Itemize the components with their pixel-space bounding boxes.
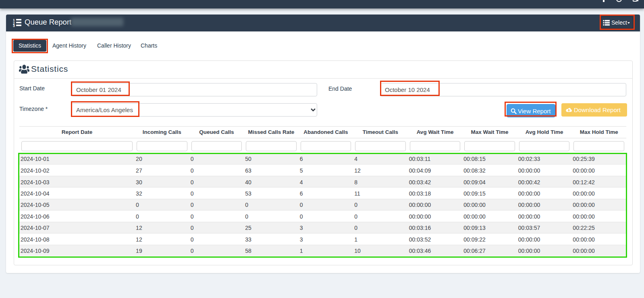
svg-text:3: 3: [13, 24, 15, 27]
